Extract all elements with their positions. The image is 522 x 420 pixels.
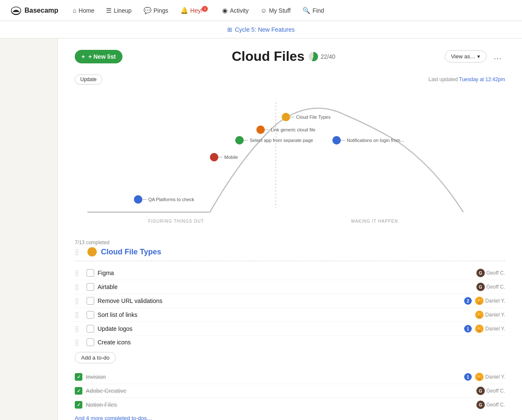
avatar-daniel: 🏆 (475, 325, 484, 333)
todo-section: 7/13 completed ⣿ Cloud File Types ⣿ Figm… (75, 240, 505, 420)
plus-icon: + (82, 53, 85, 60)
drag-handle[interactable]: ⣿ (75, 325, 83, 332)
drag-handle[interactable]: ⣿ (75, 339, 83, 346)
todo-item: ⣿ Update logos 1 🏆 Daniel Y. (75, 322, 505, 336)
breadcrumb-link[interactable]: ⊞ Cycle 5: New Features (227, 26, 295, 33)
todo-checkbox-notion[interactable] (75, 401, 82, 409)
svg-point-20 (332, 136, 341, 145)
nav-home[interactable]: ⌂ Home (68, 4, 98, 16)
todo-checkbox-adobe[interactable] (75, 387, 82, 395)
todo-group-meta: 7/13 completed (75, 240, 505, 245)
new-list-button[interactable]: + + New list (75, 50, 122, 63)
svg-point-11 (235, 136, 244, 145)
avatar-daniel: 🏆 (475, 297, 484, 305)
todo-checkbox-logos[interactable] (87, 325, 94, 333)
topnav: Basecamp ⌂ Home ☰ Lineup 💬 Pings 🔔 Hey! … (0, 0, 522, 21)
todo-checkbox-icons[interactable] (87, 338, 94, 346)
nav-mystuff[interactable]: ☺ My Stuff (256, 4, 295, 16)
todo-label-logos: Update logos (98, 325, 461, 332)
todo-checkbox-invision[interactable] (75, 373, 82, 381)
boost-badge: 2 (464, 297, 472, 305)
nav-activity[interactable]: ◉ Activity (218, 4, 253, 17)
main-content: + + New list Cloud Files 22/40 View as… … (57, 38, 522, 420)
header-row: + + New list Cloud Files 22/40 View as… … (75, 49, 505, 64)
page-wrap: + + New list Cloud Files 22/40 View as… … (0, 38, 522, 420)
assignee-invision: 🏆 Daniel Y. (475, 373, 505, 381)
todo-item-completed: Adobe Creative G Geoff C. (75, 384, 505, 398)
add-todo-button[interactable]: Add a to-do (75, 352, 116, 363)
nav-lineup[interactable]: ☰ Lineup (102, 4, 136, 17)
todo-label-icons: Create icons (98, 339, 505, 346)
todo-items-unchecked: ⣿ Figma G Geoff C. ⣿ Airtable G Geoff C. (75, 266, 505, 349)
todo-label-adobe: Adobe Creative (86, 387, 473, 394)
drag-handle[interactable]: ⣿ (75, 311, 83, 318)
svg-point-8 (256, 125, 265, 134)
todo-checkbox-url[interactable] (87, 297, 94, 305)
assignee-airtable: G Geoff C. (476, 283, 505, 291)
svg-point-14 (210, 153, 218, 161)
drag-handle[interactable]: ⣿ (75, 297, 83, 304)
assignee-logos: 🏆 Daniel Y. (475, 325, 505, 333)
last-updated-link[interactable]: Tuesday at 12:42pm (459, 76, 505, 82)
hill-svg-wrap: FIGURING THINGS OUT MAKING IT HAPPEN Clo… (75, 90, 505, 226)
boost-badge: 1 (464, 373, 472, 381)
assignee-figma: G Geoff C. (476, 269, 505, 277)
todo-item-completed: Invision 1 🏆 Daniel Y. (75, 370, 505, 384)
mystuff-icon: ☺ (261, 7, 267, 14)
basecamp-logo-icon (10, 5, 22, 16)
activity-icon: ◉ (222, 7, 228, 14)
lineup-icon: ☰ (106, 7, 111, 14)
header-actions: View as… ▾ … (445, 50, 505, 63)
find-icon: 🔍 (302, 7, 310, 14)
todo-label-figma: Figma (98, 270, 473, 276)
hill-chart-container: Update Last updated Tuesday at 12:42pm F (75, 74, 505, 226)
update-button[interactable]: Update (75, 74, 102, 85)
logo[interactable]: Basecamp (10, 5, 58, 16)
drag-handle-group[interactable]: ⣿ (75, 248, 83, 255)
avatar-daniel: 🏆 (475, 373, 484, 381)
page-title: Cloud Files (232, 49, 304, 64)
svg-text:Mobile: Mobile (224, 155, 238, 160)
todo-item: ⣿ Figma G Geoff C. (75, 266, 505, 280)
todo-checkbox-sort[interactable] (87, 311, 94, 319)
avatar-geoff: G (476, 387, 485, 395)
todo-label-airtable: Airtable (98, 284, 473, 290)
nav-find[interactable]: 🔍 Find (298, 4, 328, 17)
breadcrumb-bar: ⊞ Cycle 5: New Features (0, 21, 522, 38)
progress-indicator: 22/40 (309, 52, 335, 61)
chevron-down-icon: ▾ (477, 53, 480, 60)
nav-pings[interactable]: 💬 Pings (139, 4, 173, 17)
svg-text:Cloud File Types: Cloud File Types (296, 115, 331, 120)
avatar-daniel: 🏆 (475, 311, 484, 319)
more-options-button[interactable]: … (490, 50, 505, 63)
todo-label-notion: Notion Files (86, 401, 473, 408)
todo-progress-label: 7/13 completed (75, 240, 109, 245)
svg-text:Link generic cloud file: Link generic cloud file (271, 127, 315, 132)
drag-handle[interactable]: ⣿ (75, 284, 83, 290)
sidebar (0, 38, 57, 420)
progress-circle-icon (309, 52, 318, 61)
progress-text: 22/40 (321, 53, 335, 60)
avatar-geoff: G (476, 283, 485, 291)
hey-badge: 1 (202, 6, 208, 12)
hey-icon: 🔔 (180, 7, 188, 14)
todo-label-sort: Sort list of links (98, 311, 472, 318)
todo-item-completed: Notion Files G Geoff C. (75, 398, 505, 412)
todo-label-url: Remove URL validations (98, 297, 461, 304)
todo-checkbox-figma[interactable] (87, 269, 94, 277)
view-as-button[interactable]: View as… ▾ (445, 50, 487, 63)
todo-divider (75, 261, 505, 261)
assignee-sort: 🏆 Daniel Y. (475, 311, 505, 319)
svg-text:Select app from separate page: Select app from separate page (250, 138, 313, 143)
todo-item: ⣿ Remove URL validations 2 🏆 Daniel Y. (75, 294, 505, 308)
todo-group-title[interactable]: Cloud File Types (101, 248, 161, 256)
drag-handle[interactable]: ⣿ (75, 270, 83, 276)
svg-text:Notifications on login from...: Notifications on login from... (347, 138, 404, 143)
grid-icon: ⊞ (227, 26, 232, 33)
todo-item: ⣿ Sort list of links 🏆 Daniel Y. (75, 308, 505, 322)
todo-checkbox-airtable[interactable] (87, 283, 94, 291)
nav-hey[interactable]: 🔔 Hey! 1 (176, 4, 215, 17)
todo-items-completed: Invision 1 🏆 Daniel Y. Adobe Creative G … (75, 370, 505, 412)
more-completed-link[interactable]: And 4 more completed to-dos… (75, 415, 152, 420)
svg-text:MAKING IT HAPPEN: MAKING IT HAPPEN (351, 219, 398, 224)
